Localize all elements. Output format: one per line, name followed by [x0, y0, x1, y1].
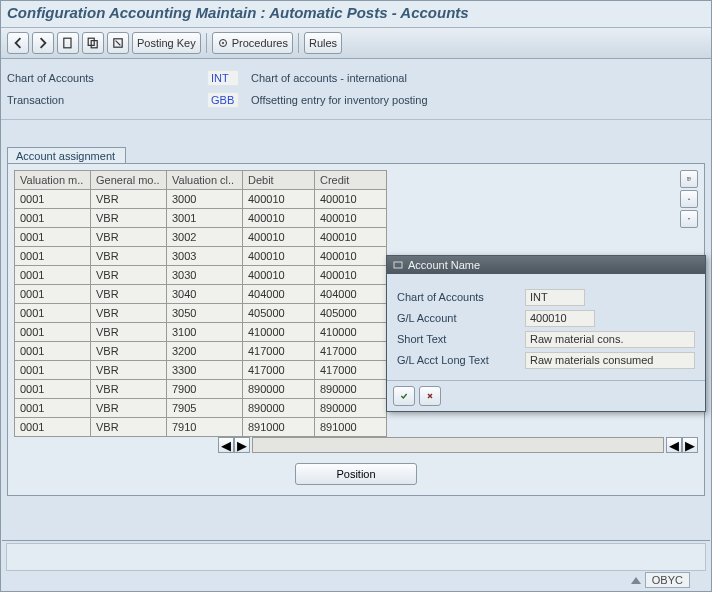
scroll-right-button[interactable]: ▶: [234, 437, 250, 453]
scroll-left-end-button[interactable]: ◀: [666, 437, 682, 453]
tab-account-assignment[interactable]: Account assignment: [7, 147, 126, 164]
cell[interactable]: 0001: [15, 380, 91, 399]
scroll-track[interactable]: [252, 437, 664, 453]
cell[interactable]: 400010: [315, 209, 387, 228]
col-general-mod[interactable]: General mo..: [91, 171, 167, 190]
cell[interactable]: 417000: [243, 361, 315, 380]
cell[interactable]: 400010: [243, 209, 315, 228]
popup-chart-value[interactable]: INT: [525, 289, 585, 306]
table-row[interactable]: 0001VBR3100410000410000: [15, 323, 387, 342]
popup-gl-account-value[interactable]: 400010: [525, 310, 595, 327]
procedures-button[interactable]: Procedures: [212, 32, 293, 54]
cell[interactable]: VBR: [91, 399, 167, 418]
cell[interactable]: 3001: [167, 209, 243, 228]
scroll-left-button[interactable]: ◀: [218, 437, 234, 453]
popup-ok-button[interactable]: [393, 386, 415, 406]
col-valuation-mod[interactable]: Valuation m..: [15, 171, 91, 190]
chart-of-accounts-code[interactable]: INT: [207, 70, 239, 86]
cell[interactable]: 0001: [15, 285, 91, 304]
popup-title-bar[interactable]: Account Name: [387, 256, 705, 274]
col-credit[interactable]: Credit: [315, 171, 387, 190]
cell[interactable]: 890000: [315, 380, 387, 399]
cell[interactable]: VBR: [91, 342, 167, 361]
cell[interactable]: 404000: [315, 285, 387, 304]
table-row[interactable]: 0001VBR3050405000405000: [15, 304, 387, 323]
scroll-right-end-button[interactable]: ▶: [682, 437, 698, 453]
table-row[interactable]: 0001VBR3002400010400010: [15, 228, 387, 247]
cell[interactable]: 890000: [243, 380, 315, 399]
cell[interactable]: 400010: [243, 247, 315, 266]
cell[interactable]: VBR: [91, 361, 167, 380]
cell[interactable]: VBR: [91, 323, 167, 342]
scroll-down-button[interactable]: [680, 210, 698, 228]
cell[interactable]: 400010: [315, 247, 387, 266]
cell[interactable]: 410000: [243, 323, 315, 342]
cell[interactable]: 890000: [315, 399, 387, 418]
cell[interactable]: 0001: [15, 228, 91, 247]
col-debit[interactable]: Debit: [243, 171, 315, 190]
cell[interactable]: 400010: [315, 228, 387, 247]
cell[interactable]: 405000: [243, 304, 315, 323]
cell[interactable]: 7910: [167, 418, 243, 437]
delete-button[interactable]: [107, 32, 129, 54]
cell[interactable]: 0001: [15, 266, 91, 285]
cell[interactable]: 7900: [167, 380, 243, 399]
cell[interactable]: 3040: [167, 285, 243, 304]
popup-long-text-value[interactable]: Raw materials consumed: [525, 352, 695, 369]
table-row[interactable]: 0001VBR3200417000417000: [15, 342, 387, 361]
posting-key-button[interactable]: Posting Key: [132, 32, 201, 54]
popup-short-text-value[interactable]: Raw material cons.: [525, 331, 695, 348]
rules-button[interactable]: Rules: [304, 32, 342, 54]
table-row[interactable]: 0001VBR3300417000417000: [15, 361, 387, 380]
cell[interactable]: VBR: [91, 247, 167, 266]
configure-columns-button[interactable]: [680, 170, 698, 188]
cell[interactable]: 0001: [15, 361, 91, 380]
cell[interactable]: 404000: [243, 285, 315, 304]
cell[interactable]: 3030: [167, 266, 243, 285]
back-button[interactable]: [7, 32, 29, 54]
position-button[interactable]: Position: [295, 463, 416, 485]
cell[interactable]: 400010: [243, 190, 315, 209]
forward-button[interactable]: [32, 32, 54, 54]
cell[interactable]: 0001: [15, 399, 91, 418]
table-row[interactable]: 0001VBR7910891000891000: [15, 418, 387, 437]
cell[interactable]: VBR: [91, 304, 167, 323]
cell[interactable]: VBR: [91, 380, 167, 399]
cell[interactable]: VBR: [91, 228, 167, 247]
status-expand-icon[interactable]: [631, 577, 641, 584]
cell[interactable]: 410000: [315, 323, 387, 342]
cell[interactable]: 0001: [15, 323, 91, 342]
scroll-up-button[interactable]: [680, 190, 698, 208]
popup-cancel-button[interactable]: [419, 386, 441, 406]
cell[interactable]: 0001: [15, 304, 91, 323]
cell[interactable]: 0001: [15, 247, 91, 266]
cell[interactable]: 0001: [15, 418, 91, 437]
cell[interactable]: 0001: [15, 209, 91, 228]
table-row[interactable]: 0001VBR7900890000890000: [15, 380, 387, 399]
cell[interactable]: 417000: [243, 342, 315, 361]
col-valuation-class[interactable]: Valuation cl..: [167, 171, 243, 190]
table-row[interactable]: 0001VBR3001400010400010: [15, 209, 387, 228]
transaction-code[interactable]: GBB: [207, 92, 239, 108]
cell[interactable]: VBR: [91, 418, 167, 437]
cell[interactable]: 417000: [315, 361, 387, 380]
cell[interactable]: 417000: [315, 342, 387, 361]
table-row[interactable]: 0001VBR3000400010400010: [15, 190, 387, 209]
cell[interactable]: 400010: [315, 266, 387, 285]
cell[interactable]: 3100: [167, 323, 243, 342]
table-row[interactable]: 0001VBR3030400010400010: [15, 266, 387, 285]
cell[interactable]: 3002: [167, 228, 243, 247]
cell[interactable]: 0001: [15, 342, 91, 361]
table-row[interactable]: 0001VBR3003400010400010: [15, 247, 387, 266]
cell[interactable]: VBR: [91, 285, 167, 304]
new-button[interactable]: [57, 32, 79, 54]
cell[interactable]: 400010: [243, 266, 315, 285]
cell[interactable]: 400010: [243, 228, 315, 247]
cell[interactable]: 891000: [315, 418, 387, 437]
cell[interactable]: VBR: [91, 209, 167, 228]
cell[interactable]: VBR: [91, 266, 167, 285]
table-row[interactable]: 0001VBR7905890000890000: [15, 399, 387, 418]
cell[interactable]: VBR: [91, 190, 167, 209]
cell[interactable]: 7905: [167, 399, 243, 418]
table-row[interactable]: 0001VBR3040404000404000: [15, 285, 387, 304]
